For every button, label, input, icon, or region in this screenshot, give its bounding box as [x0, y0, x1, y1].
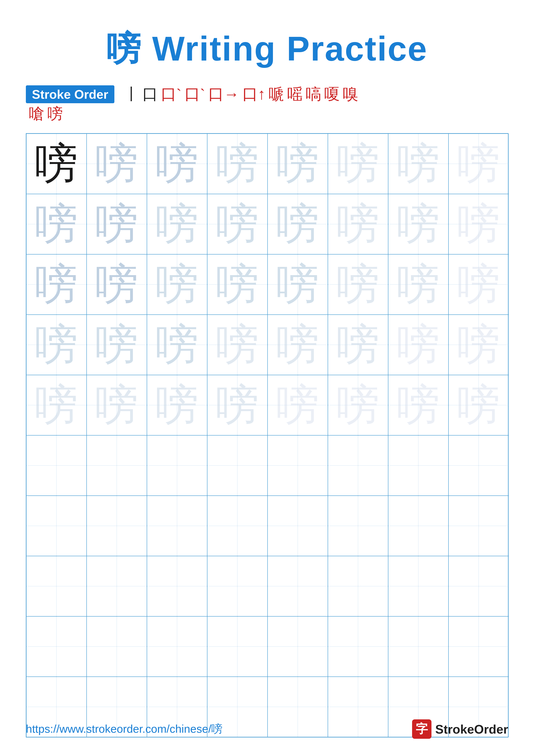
stroke-step-8: 嗃: [306, 86, 321, 103]
grid-cell[interactable]: 嗙: [207, 315, 267, 375]
practice-char-light: 嗙: [337, 202, 380, 246]
grid-cell[interactable]: 嗙: [328, 134, 388, 194]
practice-char-light: 嗙: [216, 263, 259, 306]
grid-cell[interactable]: [87, 496, 147, 556]
grid-cell[interactable]: 嗙: [207, 134, 267, 194]
grid-cell[interactable]: 嗙: [87, 375, 147, 435]
grid-cell[interactable]: [328, 616, 388, 677]
practice-char-light: 嗙: [457, 202, 500, 246]
grid-cell[interactable]: [26, 496, 87, 556]
grid-cell[interactable]: 嗙: [147, 254, 207, 315]
footer-brand: 字 StrokeOrder: [412, 719, 508, 739]
grid-cell[interactable]: 嗙: [267, 134, 328, 194]
practice-char-light: 嗙: [337, 384, 380, 427]
grid-cell[interactable]: [267, 435, 328, 496]
grid-cell[interactable]: 嗙: [87, 315, 147, 375]
grid-cell[interactable]: 嗙: [388, 254, 448, 315]
grid-cell[interactable]: 嗙: [87, 254, 147, 315]
practice-char-light: 嗙: [397, 323, 440, 366]
practice-char-light: 嗙: [337, 323, 380, 366]
grid-cell[interactable]: [267, 496, 328, 556]
grid-cell[interactable]: [448, 556, 509, 616]
grid-cell[interactable]: 嗙: [267, 194, 328, 254]
grid-cell[interactable]: [207, 496, 267, 556]
grid-cell[interactable]: 嗙: [388, 315, 448, 375]
grid-cell[interactable]: 嗙: [26, 134, 87, 194]
grid-cell[interactable]: 嗙: [26, 375, 87, 435]
grid-cell[interactable]: [388, 556, 448, 616]
grid-cell[interactable]: 嗙: [207, 254, 267, 315]
grid-cell[interactable]: [448, 435, 509, 496]
practice-char-light: 嗙: [35, 323, 78, 366]
practice-char-light: 嗙: [156, 263, 199, 306]
footer-url[interactable]: https://www.strokeorder.com/chinese/嗙: [26, 721, 222, 737]
grid-cell[interactable]: [147, 496, 207, 556]
grid-cell[interactable]: 嗙: [26, 254, 87, 315]
grid-cell[interactable]: 嗙: [207, 375, 267, 435]
grid-row-1: 嗙 嗙 嗙 嗙 嗙 嗙 嗙 嗙: [26, 134, 508, 194]
grid-cell[interactable]: [147, 616, 207, 677]
grid-cell[interactable]: 嗙: [448, 254, 509, 315]
stroke-step-9: 嗄: [324, 86, 340, 103]
grid-cell[interactable]: 嗙: [87, 194, 147, 254]
grid-cell[interactable]: [147, 435, 207, 496]
grid-cell[interactable]: [207, 616, 267, 677]
grid-cell[interactable]: 嗙: [328, 254, 388, 315]
practice-char-light: 嗙: [156, 384, 199, 427]
grid-cell[interactable]: [26, 556, 87, 616]
grid-row-7: [26, 496, 508, 556]
practice-char-light: 嗙: [216, 202, 259, 246]
grid-cell[interactable]: 嗙: [26, 315, 87, 375]
grid-row-6: [26, 435, 508, 496]
grid-cell[interactable]: 嗙: [448, 315, 509, 375]
grid-cell[interactable]: 嗙: [448, 134, 509, 194]
grid-cell[interactable]: [328, 496, 388, 556]
grid-cell[interactable]: 嗙: [388, 194, 448, 254]
grid-cell[interactable]: 嗙: [388, 134, 448, 194]
grid-cell[interactable]: 嗙: [207, 194, 267, 254]
grid-cell[interactable]: 嗙: [448, 375, 509, 435]
grid-cell[interactable]: [388, 435, 448, 496]
grid-cell[interactable]: 嗙: [328, 194, 388, 254]
grid-cell[interactable]: [328, 435, 388, 496]
grid-cell[interactable]: [207, 435, 267, 496]
grid-cell[interactable]: [26, 435, 87, 496]
grid-cell[interactable]: [87, 616, 147, 677]
grid-cell[interactable]: [267, 616, 328, 677]
grid-cell[interactable]: 嗙: [267, 254, 328, 315]
grid-cell[interactable]: 嗙: [267, 315, 328, 375]
practice-char-light: 嗙: [216, 384, 259, 427]
grid-cell[interactable]: [147, 556, 207, 616]
footer: https://www.strokeorder.com/chinese/嗙 字 …: [26, 719, 508, 739]
grid-cell[interactable]: [448, 496, 509, 556]
grid-cell[interactable]: 嗙: [87, 134, 147, 194]
grid-cell[interactable]: 嗙: [267, 375, 328, 435]
stroke-step-3: 口`: [185, 86, 205, 103]
grid-cell[interactable]: 嗙: [388, 375, 448, 435]
grid-cell[interactable]: 嗙: [328, 375, 388, 435]
grid-cell[interactable]: [87, 435, 147, 496]
grid-cell[interactable]: 嗙: [328, 315, 388, 375]
grid-cell[interactable]: [448, 616, 509, 677]
practice-char-light: 嗙: [95, 202, 138, 246]
grid-cell[interactable]: [207, 556, 267, 616]
grid-cell[interactable]: [388, 496, 448, 556]
grid-cell[interactable]: [267, 556, 328, 616]
grid-cell[interactable]: 嗙: [147, 315, 207, 375]
grid-cell[interactable]: 嗙: [448, 194, 509, 254]
grid-cell[interactable]: 嗙: [147, 194, 207, 254]
practice-char-light: 嗙: [95, 263, 138, 306]
grid-cell[interactable]: 嗙: [147, 134, 207, 194]
practice-char-light: 嗙: [156, 202, 199, 246]
grid-cell[interactable]: 嗙: [26, 194, 87, 254]
practice-char-dark: 嗙: [35, 142, 78, 185]
grid-row-3: 嗙 嗙 嗙 嗙 嗙 嗙 嗙 嗙: [26, 254, 508, 315]
title-text: Writing Practice: [152, 29, 428, 68]
grid-cell[interactable]: [388, 616, 448, 677]
practice-grid: 嗙 嗙 嗙 嗙 嗙 嗙 嗙 嗙: [26, 133, 508, 738]
grid-cell[interactable]: 嗙: [147, 375, 207, 435]
grid-cell[interactable]: [328, 556, 388, 616]
grid-row-4: 嗙 嗙 嗙 嗙 嗙 嗙 嗙 嗙: [26, 315, 508, 375]
grid-cell[interactable]: [87, 556, 147, 616]
grid-cell[interactable]: [26, 616, 87, 677]
